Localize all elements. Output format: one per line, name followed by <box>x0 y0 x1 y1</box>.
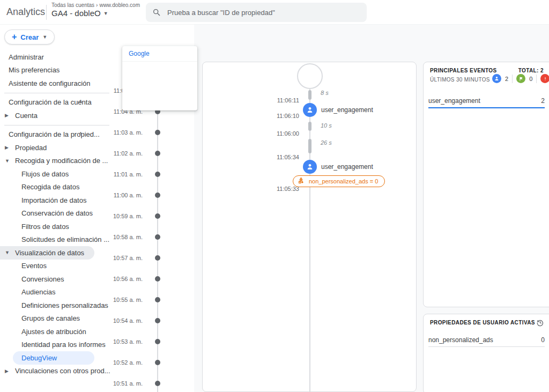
search-bar[interactable] <box>146 3 367 22</box>
history-icon[interactable] <box>536 319 544 329</box>
minute-timeline-line <box>157 105 158 392</box>
events-count: 2 <box>505 76 508 82</box>
top-event-row[interactable]: user_engagement 2 <box>428 94 545 108</box>
event-person-icon <box>303 103 317 117</box>
sidebar-item-administrar[interactable]: Administrar <box>0 50 114 64</box>
stream-timeline-line <box>309 89 310 392</box>
sidebar-item-cuenta[interactable]: ▶Cuenta <box>0 109 114 122</box>
stream-interval-segment <box>308 122 311 131</box>
counter-divider <box>512 75 513 83</box>
sidebar-item-propiedad[interactable]: ▶Propiedad <box>0 141 114 154</box>
minute-tick[interactable]: 11:01 a. m. <box>110 170 169 179</box>
minute-dot <box>155 213 160 219</box>
minute-dot <box>155 339 160 344</box>
breadcrumb: Todas las cuentas › www.dobleo.com GA4 -… <box>51 2 140 18</box>
nav-divider <box>4 125 109 125</box>
minute-dot <box>155 234 160 240</box>
stream-event[interactable]: user_engagement <box>303 103 373 117</box>
sidebar-item-vinculaciones[interactable]: ▶Vinculaciones con otros prod... <box>0 365 114 378</box>
top-events-subtitle: ÚLTIMOS 30 MINUTOS <box>430 77 490 83</box>
chevron-up-icon: ∧ <box>79 130 83 136</box>
sidebar-item-recogida-de-datos[interactable]: Recogida de datos <box>0 181 114 194</box>
sidebar-item-grupos-de-canales[interactable]: Grupos de canales <box>0 312 114 326</box>
minute-tick[interactable]: 10:59 a. m. <box>110 212 169 220</box>
minute-tick[interactable]: 10:57 a. m. <box>110 254 169 262</box>
sidebar-item-visualizacion-de-datos[interactable]: ▼Visualización de datos <box>0 246 94 260</box>
sidebar-item-conservacion-de-datos[interactable]: Conservación de datos <box>0 207 114 220</box>
minute-tick[interactable]: 10:52 a. m. <box>110 358 169 367</box>
minute-dot <box>155 172 160 177</box>
minute-dot <box>155 151 160 156</box>
property-selector[interactable]: GA4 - dobleO ▼ <box>51 9 140 18</box>
event-counters: 2 0 0 <box>492 74 549 83</box>
conversions-flag-icon[interactable] <box>516 74 525 83</box>
sidebar-item-asistente-configuracion[interactable]: Asistente de configuración <box>0 77 114 90</box>
sidebar-item-debugview[interactable]: DebugView <box>13 351 94 365</box>
sidebar-item-ajustes-de-atribucion[interactable]: Ajustes de atribución <box>0 325 114 338</box>
nav-divider <box>4 93 109 93</box>
stream-timestamp: 11:05:34 <box>267 154 299 160</box>
sidebar-item-flujos-de-datos[interactable]: Flujos de datos <box>0 167 114 181</box>
minute-tick[interactable]: 10:55 a. m. <box>110 295 169 304</box>
sidebar-item-audiencias[interactable]: Audiencias <box>0 286 114 299</box>
minute-tick[interactable]: 10:54 a. m. <box>110 316 169 325</box>
minute-tick[interactable]: 11:00 a. m. <box>110 191 169 199</box>
logo-divider <box>46 5 47 20</box>
minute-dot <box>155 193 160 198</box>
stream-timestamp: 11:06:00 <box>267 130 299 137</box>
events-count-icon[interactable] <box>492 74 501 83</box>
caret-right-icon: ▶ <box>5 113 9 118</box>
user-property-value: 0 <box>541 336 545 344</box>
chevron-down-icon: ▼ <box>103 11 108 16</box>
top-event-name: user_engagement <box>428 97 480 105</box>
minute-tick[interactable]: 11:03 a. m. <box>110 128 169 137</box>
minute-tick[interactable]: 10:53 a. m. <box>110 337 169 346</box>
breadcrumb-account[interactable]: Todas las cuentas <box>51 2 94 8</box>
stream-interval-duration: 10 s <box>321 122 332 129</box>
search-input[interactable] <box>167 9 350 17</box>
minute-tick[interactable]: 10:56 a. m. <box>110 275 169 283</box>
minute-dot <box>155 297 160 302</box>
minute-tick[interactable]: 10:51 a. m. <box>110 379 169 388</box>
caret-down-icon: ▼ <box>5 250 10 255</box>
sidebar-item-conversiones[interactable]: Conversiones <box>0 272 114 286</box>
sidebar-item-solicitudes-eliminacion[interactable]: Solicitudes de eliminación ... <box>0 233 114 247</box>
create-button[interactable]: + Crear ▼ <box>4 29 55 45</box>
caret-right-icon: ▶ <box>5 145 9 150</box>
breadcrumb-site[interactable]: www.dobleo.com <box>99 2 140 8</box>
top-event-count: 2 <box>541 97 545 105</box>
sidebar-section-configuracion-propiedad[interactable]: Configuración de la propied...∧ <box>0 128 114 142</box>
minute-dot <box>155 130 160 135</box>
sidebar-item-importacion-de-datos[interactable]: Importación de datos <box>0 194 114 207</box>
minute-tick[interactable]: 11:02 a. m. <box>110 149 169 158</box>
stream-event[interactable]: user_engagement <box>303 160 373 174</box>
user-property-row[interactable]: non_personalized_ads 0 <box>428 334 545 347</box>
user-properties-card: PROPIEDADES DE USUARIO ACTIVAS non_perso… <box>423 314 549 392</box>
stream-user-property[interactable]: non_personalized_ads = 0 <box>293 175 385 187</box>
errors-warning-icon[interactable] <box>540 74 549 83</box>
sidebar-item-definiciones-personalizadas[interactable]: Definiciones personalizadas <box>0 299 114 312</box>
counter-divider <box>536 75 537 83</box>
sidebar-item-recogida-modificacion[interactable]: ▼Recogida y modificación de ... <box>0 154 114 168</box>
caret-down-icon: ▼ <box>5 158 10 164</box>
top-events-total: TOTAL: 2 <box>518 68 544 73</box>
minute-dot <box>155 276 160 282</box>
admin-nav: Administrar Mis preferencias Asistente d… <box>0 50 114 378</box>
sidebar-item-identidad-informes[interactable]: Identidad para los informes <box>0 338 114 352</box>
sidebar-item-eventos[interactable]: Eventos <box>0 260 114 273</box>
chevron-down-icon: ▼ <box>42 34 47 40</box>
create-button-label: Crear <box>20 33 39 41</box>
top-events-card: PRINCIPALES EVENTOS TOTAL: 2 ÚLTIMOS 30 … <box>423 62 549 307</box>
sidebar-item-mis-preferencias[interactable]: Mis preferencias <box>0 64 114 77</box>
minute-tick[interactable]: 10:58 a. m. <box>110 233 169 241</box>
stream-timestamp: 11:05:33 <box>267 186 299 192</box>
stream-interval-segment <box>308 90 311 100</box>
top-bar: Analytics Todas las cuentas › www.dobleo… <box>0 0 549 25</box>
sidebar-item-filtros-de-datos[interactable]: Filtros de datos <box>0 220 114 233</box>
chevron-right-icon: › <box>96 2 98 8</box>
user-property-orgchart-icon <box>298 176 305 186</box>
dropdown-option-google[interactable]: Google <box>122 46 197 62</box>
user-property-name: non_personalized_ads <box>428 336 493 344</box>
event-person-icon <box>303 160 317 174</box>
sidebar-section-configuracion-cuenta[interactable]: Configuración de la cuenta∧ <box>0 96 114 109</box>
